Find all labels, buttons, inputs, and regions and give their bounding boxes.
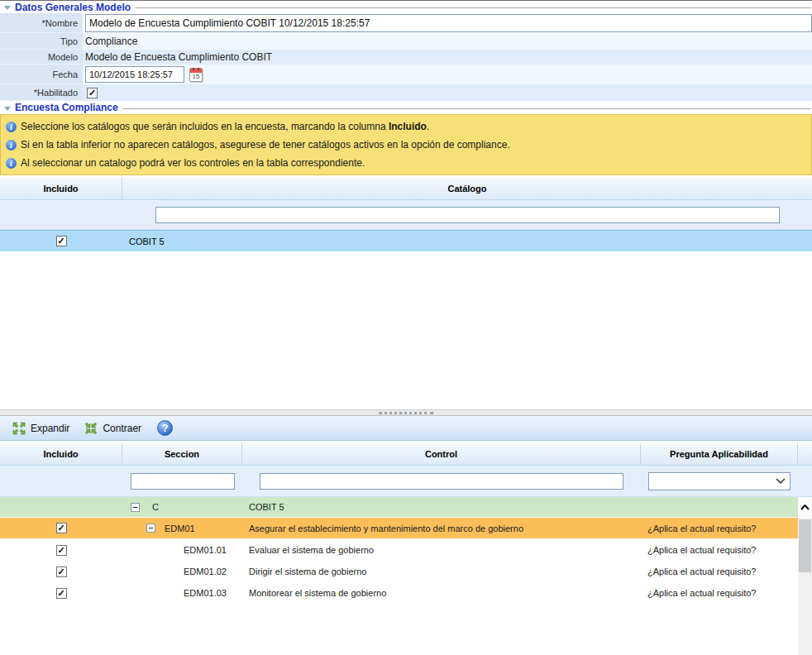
pregunta-filter-select[interactable] — [648, 472, 791, 490]
vertical-scrollbar[interactable] — [798, 497, 812, 655]
form-row-habilitado: *Habilitado ✓ — [0, 84, 812, 101]
splitter-grip-icon[interactable] — [379, 412, 433, 414]
controls-col-control[interactable]: Control — [242, 443, 641, 465]
catalog-table-header: Incluido Catálogo — [0, 177, 812, 200]
tree-row-catalog-group[interactable]: C COBIT 5 — [0, 497, 798, 518]
chevron-down-icon — [776, 478, 786, 484]
calendar-day-label: 15 — [193, 72, 200, 81]
habilitado-label: *Habilitado — [0, 84, 83, 101]
seccion-code: C — [152, 502, 159, 512]
pregunta-text: ¿Aplica el actual requisito? — [641, 518, 798, 538]
pregunta-text: ¿Aplica el actual requisito? — [641, 539, 798, 561]
scrollbar-thumb[interactable] — [799, 519, 811, 572]
calendar-ring-icon — [193, 68, 194, 70]
check-icon: ✓ — [57, 589, 64, 598]
collapse-icon — [84, 422, 98, 435]
scrollbar-track[interactable] — [798, 572, 812, 655]
catalog-filter-row — [0, 200, 812, 230]
info-icon: i — [6, 140, 17, 151]
section-rule — [123, 108, 811, 109]
controls-table-body: C COBIT 5 ✓ EDM01 Asegurar el establecim… — [0, 497, 812, 655]
scroll-up-button[interactable] — [798, 497, 812, 518]
tipo-label: Tipo — [0, 33, 83, 50]
catalog-col-catalogo[interactable]: Catálogo — [122, 178, 812, 199]
catalog-col-incluido[interactable]: Incluido — [0, 178, 122, 199]
help-icon[interactable]: ? — [157, 420, 173, 436]
expand-all-button[interactable]: Expandir — [8, 419, 74, 437]
control-text: Dirigir el sistema de gobierno — [242, 561, 641, 582]
section-header-encuesta-compliance[interactable]: Encuesta Compliance — [0, 101, 812, 114]
row-checkbox[interactable]: ✓ — [56, 523, 67, 533]
tipo-value: Compliance — [83, 33, 812, 50]
collapse-arrow-icon[interactable] — [4, 107, 11, 111]
collapse-node-icon[interactable] — [146, 524, 155, 533]
check-icon: ✓ — [88, 88, 96, 98]
row-checkbox[interactable]: ✓ — [56, 588, 67, 599]
collapse-arrow-icon[interactable] — [4, 6, 11, 10]
info-icon: i — [6, 122, 17, 132]
expand-all-label: Expandir — [31, 423, 69, 434]
seccion-code: EDM01.03 — [122, 582, 242, 604]
compliance-model-page: Datos Generales Modelo *Nombre Tipo Comp… — [0, 0, 812, 655]
catalog-row-checkbox[interactable]: ✓ — [56, 236, 67, 246]
form-row-modelo: Modelo Modelo de Encuesta Cumplimiento C… — [0, 50, 812, 65]
fecha-label: Fecha — [0, 65, 83, 84]
controls-table-header: Incluido Seccion Control Pregunta Aplica… — [0, 442, 812, 466]
control-text: Evaluar el sistema de gobierno — [242, 539, 641, 561]
info-text: Seleccione los catálogos que serán inclu… — [21, 121, 429, 132]
collapse-all-button[interactable]: Contraer — [80, 419, 146, 437]
info-text: Si en la tabla inferior no aparecen catá… — [21, 139, 510, 151]
scroll-up-icon — [800, 504, 810, 510]
tree-row-edm01-02[interactable]: ✓ EDM01.02 Dirigir el sistema de gobiern… — [0, 561, 798, 582]
section-title: Encuesta Compliance — [15, 102, 118, 113]
form-row-fecha: Fecha 15 — [0, 65, 812, 84]
info-icon: i — [6, 158, 17, 169]
catalog-filter-input[interactable] — [155, 207, 780, 223]
tree-row-edm01-03[interactable]: ✓ EDM01.03 Monitorear el sistema de gobi… — [0, 582, 798, 604]
check-icon: ✓ — [57, 524, 64, 533]
info-line: i Seleccione los catálogos que serán inc… — [6, 117, 806, 136]
catalog-name: COBIT 5 — [122, 237, 812, 246]
tree-row-edm01[interactable]: ✓ EDM01 Asegurar el establecimiento y ma… — [0, 518, 798, 539]
calendar-ring-icon — [198, 68, 199, 70]
tree-row-edm01-01[interactable]: ✓ EDM01.01 Evaluar el sistema de gobiern… — [0, 539, 798, 561]
row-checkbox[interactable]: ✓ — [56, 567, 67, 577]
calendar-icon[interactable]: 15 — [189, 68, 203, 82]
info-message-box: i Seleccione los catálogos que serán inc… — [0, 114, 812, 175]
pregunta-text: ¿Aplica el actual requisito? — [641, 561, 798, 582]
catalog-empty-area — [0, 251, 812, 409]
collapse-node-icon[interactable] — [131, 503, 140, 512]
form-row-tipo: Tipo Compliance — [0, 33, 812, 50]
seccion-code: EDM01.02 — [122, 561, 242, 582]
controls-col-incluido[interactable]: Incluido — [0, 443, 122, 465]
control-filter-input[interactable] — [260, 473, 623, 490]
pregunta-text — [641, 497, 798, 517]
habilitado-checkbox[interactable]: ✓ — [87, 88, 98, 98]
fecha-input[interactable] — [85, 66, 184, 83]
section-title: Datos Generales Modelo — [15, 2, 131, 13]
check-icon: ✓ — [57, 546, 64, 555]
row-checkbox[interactable]: ✓ — [56, 545, 67, 556]
info-text: Al seleccionar un catalogo podrá ver los… — [21, 157, 365, 169]
section-header-datos-generales[interactable]: Datos Generales Modelo — [0, 1, 812, 13]
control-text: Asegurar el establecimiento y mantenimie… — [242, 518, 641, 538]
control-text: Monitorear el sistema de gobierno — [242, 582, 641, 604]
controls-col-pregunta[interactable]: Pregunta Aplicabilidad — [641, 443, 798, 465]
nombre-input[interactable] — [85, 14, 812, 32]
form-row-nombre: *Nombre — [0, 13, 812, 33]
expand-icon — [12, 422, 26, 435]
info-line: i Al seleccionar un catalogo podrá ver l… — [6, 154, 806, 172]
seccion-code: EDM01.01 — [122, 539, 242, 561]
controls-toolbar: Expandir Contraer ? — [0, 416, 812, 441]
controls-col-seccion[interactable]: Seccion — [122, 443, 242, 465]
seccion-code: EDM01 — [165, 524, 195, 533]
nombre-label: *Nombre — [0, 13, 83, 33]
controls-filter-row — [0, 466, 812, 497]
horizontal-splitter[interactable] — [0, 409, 812, 416]
seccion-filter-input[interactable] — [131, 473, 235, 490]
catalog-row-cobit5[interactable]: ✓ COBIT 5 — [0, 230, 812, 251]
section-rule — [136, 7, 811, 8]
modelo-value: Modelo de Encuesta Cumplimiento COBIT — [83, 50, 812, 65]
collapse-all-label: Contraer — [103, 423, 141, 434]
info-line: i Si en la tabla inferior no aparecen ca… — [6, 136, 806, 154]
